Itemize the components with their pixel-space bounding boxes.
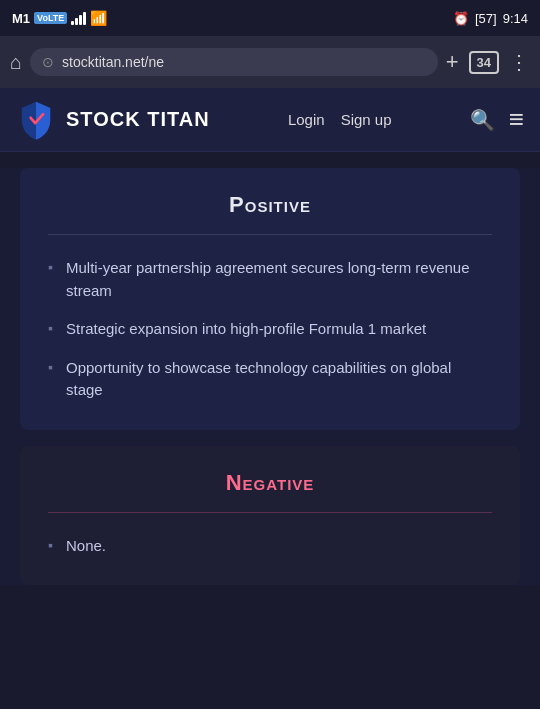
negative-list: None. — [48, 535, 492, 558]
alarm-icon: ⏰ — [453, 11, 469, 26]
content-area: Positive Multi-year partnership agreemen… — [0, 168, 540, 585]
new-tab-button[interactable]: + — [446, 49, 459, 75]
battery-percent: 57 — [479, 11, 493, 26]
tab-count-badge[interactable]: 34 — [469, 51, 499, 74]
positive-title: Positive — [48, 192, 492, 218]
volte-badge: VoLTE — [34, 12, 67, 24]
list-item: None. — [48, 535, 492, 558]
carrier-name: M1 — [12, 11, 30, 26]
url-bar[interactable]: ⊙ stocktitan.net/ne — [30, 48, 438, 76]
logo-text: STOCK TITAN — [66, 108, 210, 131]
positive-card: Positive Multi-year partnership agreemen… — [20, 168, 520, 430]
clock: 9:14 — [503, 11, 528, 26]
nav-bar: STOCK TITAN Login Sign up 🔍 ≡ — [0, 88, 540, 152]
login-link[interactable]: Login — [288, 111, 325, 128]
nav-icon-area: 🔍 ≡ — [470, 104, 524, 135]
wifi-icon: 📶 — [90, 10, 107, 26]
list-item: Opportunity to showcase technology capab… — [48, 357, 492, 402]
list-item: Multi-year partnership agreement secures… — [48, 257, 492, 302]
positive-divider — [48, 234, 492, 235]
hamburger-menu-icon[interactable]: ≡ — [509, 104, 524, 135]
home-icon[interactable]: ⌂ — [10, 51, 22, 74]
signal-bars-icon — [71, 11, 86, 25]
signup-link[interactable]: Sign up — [341, 111, 392, 128]
positive-list: Multi-year partnership agreement secures… — [48, 257, 492, 402]
url-text: stocktitan.net/ne — [62, 54, 164, 70]
negative-title-text: Negative — [226, 470, 315, 495]
status-right: ⏰ [57] 9:14 — [453, 11, 528, 26]
logo-area[interactable]: STOCK TITAN — [16, 100, 210, 140]
negative-card: Negative None. — [20, 446, 520, 586]
browser-actions: + 34 ⋮ — [446, 49, 530, 75]
nav-links: Login Sign up — [288, 111, 392, 128]
browser-menu-button[interactable]: ⋮ — [509, 50, 530, 74]
negative-divider — [48, 512, 492, 513]
status-carrier: M1 VoLTE 📶 — [12, 10, 107, 26]
list-item: Strategic expansion into high-profile Fo… — [48, 318, 492, 341]
search-icon[interactable]: 🔍 — [470, 108, 495, 132]
positive-title-text: Positive — [229, 192, 311, 217]
logo-shield-icon — [16, 100, 56, 140]
browser-bar: ⌂ ⊙ stocktitan.net/ne + 34 ⋮ — [0, 36, 540, 88]
battery-icon: [57] — [475, 11, 497, 26]
negative-title: Negative — [48, 470, 492, 496]
url-security-icon: ⊙ — [42, 54, 54, 70]
status-bar: M1 VoLTE 📶 ⏰ [57] 9:14 — [0, 0, 540, 36]
